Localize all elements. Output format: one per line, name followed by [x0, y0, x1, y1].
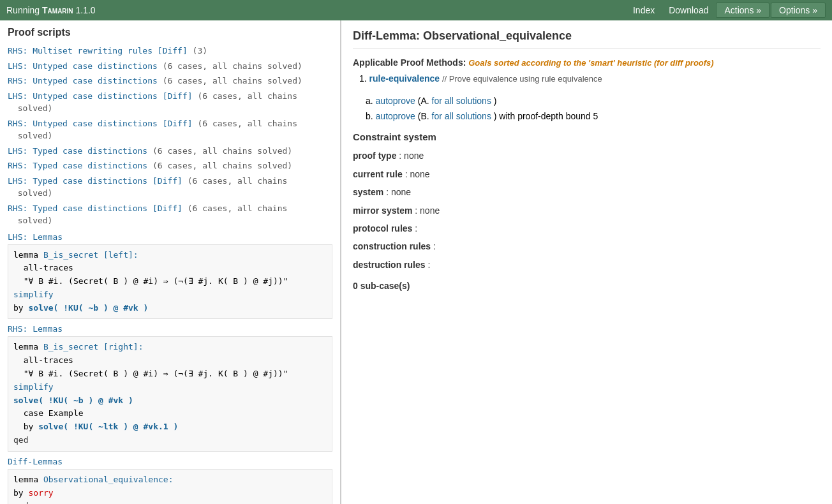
constraint-construction-rules: construction rules :	[353, 239, 821, 253]
autoprove-a-link[interactable]: autoprove	[376, 96, 415, 106]
lemma2-formula: "∀ B #i. (Secret( B ) @ #i) ⇒ (¬(∃ #j. K…	[13, 369, 288, 378]
proof-type-key: proof type	[353, 151, 396, 161]
list-item: LHS: Typed case distinctions (6 cases, a…	[8, 145, 332, 158]
list-item: RHS: Multiset rewriting rules [Diff] (3)	[8, 45, 332, 57]
list-item: LHS: Typed case distinctions [Diff] (6 c…	[8, 175, 332, 200]
constraint-system: system : none	[353, 185, 821, 199]
heuristic-note: Goals sorted according to the 'smart' he…	[468, 58, 713, 68]
autoprove-b-link[interactable]: autoprove	[376, 111, 415, 121]
lemma3-sorry-link[interactable]: sorry	[28, 488, 53, 498]
rule-equivalence-link[interactable]: rule-equivalence	[369, 73, 440, 84]
topbar: Running Tamarin 1.1.0 Index Download Act…	[0, 0, 832, 20]
sub-method-list: a. autoprove (A. for all solutions ) b. …	[366, 94, 821, 124]
rhs-multiset-link[interactable]: RHS: Multiset rewriting rules [Diff]	[8, 46, 188, 56]
lhs-lemmas-label: LHS: Lemmas	[8, 232, 332, 242]
lemma1-block: lemma B_is_secret [left]: all-traces "∀ …	[8, 244, 332, 320]
protocol-rules-key: protocol rules	[353, 223, 412, 233]
sub-method-a-suffix: )	[494, 96, 497, 106]
rhs-typed-link[interactable]: RHS: Typed case distinctions	[8, 161, 147, 170]
proof-scripts-heading: Proof scripts	[8, 27, 332, 38]
lhs-untyped-diff-link[interactable]: LHS: Untyped case distinctions [Diff]	[8, 91, 193, 101]
lemma2-solve-link[interactable]: solve( !KU( ~b ) @ #vk )	[13, 396, 133, 405]
list-item: RHS: Typed case distinctions (6 cases, a…	[8, 159, 332, 172]
lemma1-by: by	[13, 303, 28, 313]
construction-rules-val: :	[433, 241, 436, 251]
topbar-nav: Index Download Actions » Options »	[627, 3, 826, 18]
lhs-typed-diff-link[interactable]: LHS: Typed case distinctions [Diff]	[8, 176, 182, 186]
construction-rules-key: construction rules	[353, 241, 431, 251]
method-number: 1.	[359, 73, 369, 84]
current-rule-key: current rule	[353, 169, 403, 179]
right-panel: Diff-Lemma: Observational_equivalence Ap…	[341, 20, 832, 504]
lemma3-name-link[interactable]: Observational_equivalence:	[43, 475, 174, 484]
rhs-untyped-link[interactable]: RHS: Untyped case distinctions	[8, 76, 158, 85]
lemma1-name-link[interactable]: B_is_secret [left]:	[43, 250, 138, 260]
list-item: LHS: Untyped case distinctions [Diff] (6…	[8, 90, 332, 115]
lemma2-by-text: by	[13, 422, 38, 431]
index-link[interactable]: Index	[627, 3, 661, 18]
system-key: system	[353, 187, 383, 197]
actions-button[interactable]: Actions »	[716, 3, 769, 18]
list-item: LHS: Untyped case distinctions (6 cases,…	[8, 60, 332, 73]
list-item: RHS: Typed case distinctions [Diff] (6 c…	[8, 202, 332, 227]
rhs-lemmas-link[interactable]: RHS: Lemmas	[8, 324, 63, 334]
left-panel: Proof scripts RHS: Multiset rewriting ru…	[0, 20, 341, 504]
destruction-rules-val: :	[427, 260, 430, 270]
constraint-destruction-rules: destruction rules :	[353, 258, 821, 272]
mirror-system-val: : none	[415, 205, 440, 216]
rhs-untyped-diff-link[interactable]: RHS: Untyped case distinctions [Diff]	[8, 119, 193, 128]
lemma2-all-traces: all-traces	[13, 355, 73, 365]
sub-method-a-arg: (A.	[418, 96, 432, 106]
lemma3-end: end	[13, 501, 28, 504]
method-desc: // Prove equivalence using rule equivale…	[442, 74, 602, 84]
main-container: Proof scripts RHS: Multiset rewriting ru…	[0, 20, 832, 504]
lemma2-qed: qed	[13, 435, 28, 445]
lemma1-simplify-link[interactable]: simplify	[13, 290, 54, 299]
applicable-methods-heading: Applicable Proof Methods: Goals sorted a…	[353, 57, 821, 68]
rhs-typed-diff-link[interactable]: RHS: Typed case distinctions [Diff]	[8, 204, 182, 213]
for-all-solutions-b-link[interactable]: for all solutions	[432, 111, 491, 121]
lemma1-solve-link[interactable]: solve( !KU( ~b ) @ #vk )	[28, 303, 148, 313]
constraint-section: Constraint system proof type : none curr…	[353, 131, 821, 272]
proof-type-val: : none	[399, 151, 424, 161]
lemma2-simplify-link[interactable]: simplify	[13, 382, 54, 392]
options-button[interactable]: Options »	[771, 3, 826, 18]
constraint-current-rule: current rule : none	[353, 167, 821, 181]
lhs-untyped-link[interactable]: LHS: Untyped case distinctions	[8, 61, 158, 71]
constraint-proof-type: proof type : none	[353, 149, 821, 163]
constraint-mirror-system: mirror system : none	[353, 204, 821, 218]
rhs-multiset-count: (3)	[193, 46, 207, 56]
rhs-lemmas-label: RHS: Lemmas	[8, 324, 332, 334]
lemma1-formula: "∀ B #i. (Secret( B ) @ #i) ⇒ (¬(∃ #j. K…	[13, 276, 288, 286]
list-item: RHS: Untyped case distinctions [Diff] (6…	[8, 117, 332, 142]
lhs-untyped-count: (6 cases, all chains solved)	[163, 61, 302, 71]
lhs-lemmas-link[interactable]: LHS: Lemmas	[8, 232, 63, 242]
sub-method-b-letter: b.	[366, 111, 376, 121]
proof-method-list: 1. rule-equivalence // Prove equivalence…	[359, 71, 821, 86]
lhs-typed-link[interactable]: LHS: Typed case distinctions	[8, 146, 147, 156]
rhs-typed-count: (6 cases, all chains solved)	[152, 161, 292, 170]
lemma2-by-solve-link[interactable]: solve( !KU( ~ltk ) @ #vk.1 )	[38, 422, 178, 431]
diff-lemmas-link[interactable]: Diff-Lemmas	[8, 457, 63, 466]
current-rule-val: : none	[405, 169, 430, 179]
lemma3-keyword: lemma	[13, 475, 38, 484]
sub-cases: 0 sub-case(s)	[353, 281, 821, 291]
protocol-rules-val: :	[415, 223, 417, 233]
lemma2-example: Example	[48, 408, 84, 418]
right-panel-title: Diff-Lemma: Observational_equivalence	[353, 29, 821, 48]
lemma2-case: case	[13, 408, 48, 418]
sub-method-b-arg: (B.	[418, 111, 432, 121]
destruction-rules-key: destruction rules	[353, 260, 426, 270]
lemma3-by: by	[13, 488, 28, 498]
lemma2-block: lemma B_is_secret [right]: all-traces "∀…	[8, 336, 332, 451]
lemma1-keyword: lemma	[13, 250, 38, 260]
lemma1-all-traces: all-traces	[13, 263, 73, 272]
sub-method-a: a. autoprove (A. for all solutions )	[366, 94, 821, 109]
sub-method-b-suffix: ) with proof-depth bound 5	[494, 111, 598, 121]
sub-method-a-letter: a.	[366, 96, 376, 106]
download-link[interactable]: Download	[662, 3, 715, 18]
topbar-title: Running Tamarin 1.1.0	[6, 5, 627, 15]
for-all-solutions-a-link[interactable]: for all solutions	[432, 96, 491, 106]
lemma2-name-link[interactable]: B_is_secret [right]:	[43, 342, 144, 352]
proof-method-item: 1. rule-equivalence // Prove equivalence…	[359, 71, 821, 86]
